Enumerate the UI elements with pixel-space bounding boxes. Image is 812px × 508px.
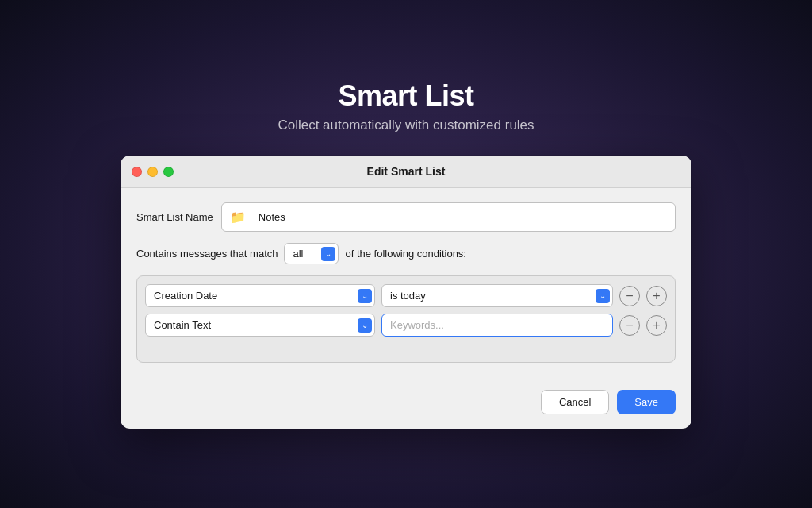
condition-1-type-container: Creation Date Contain Text Sender Subjec… bbox=[145, 284, 375, 307]
folder-icon: 📁 bbox=[230, 210, 246, 225]
condition-2-keywords-input[interactable] bbox=[381, 314, 613, 337]
dialog-titlebar: Edit Smart List bbox=[121, 156, 691, 188]
name-row: Smart List Name 📁 bbox=[136, 202, 676, 232]
condition-2-type-select[interactable]: Contain Text Creation Date Sender Subjec… bbox=[145, 314, 375, 337]
dialog-body: Smart List Name 📁 Contains messages that… bbox=[121, 188, 691, 390]
condition-row-1: Creation Date Contain Text Sender Subjec… bbox=[145, 284, 667, 307]
condition-2-remove-button[interactable]: − bbox=[619, 315, 640, 336]
maximize-button[interactable] bbox=[163, 167, 174, 177]
page-title: Smart List bbox=[278, 79, 534, 113]
dialog-title: Edit Smart List bbox=[367, 165, 446, 178]
dialog-footer: Cancel Save bbox=[121, 390, 691, 429]
match-select-container: all any none ⌄ bbox=[284, 243, 339, 264]
condition-2-type-container: Contain Text Creation Date Sender Subjec… bbox=[145, 314, 375, 337]
page-subtitle: Collect automatically with customized ru… bbox=[278, 117, 534, 133]
conditions-area: Creation Date Contain Text Sender Subjec… bbox=[136, 275, 676, 363]
minimize-button[interactable] bbox=[147, 167, 158, 177]
match-prefix-label: Contains messages that match bbox=[136, 248, 278, 260]
match-select[interactable]: all any none bbox=[284, 243, 339, 264]
match-row: Contains messages that match all any non… bbox=[136, 243, 676, 264]
condition-row-2: Contain Text Creation Date Sender Subjec… bbox=[145, 314, 667, 337]
name-input[interactable] bbox=[251, 207, 667, 227]
condition-1-add-button[interactable]: + bbox=[646, 286, 667, 306]
condition-2-value-container bbox=[381, 314, 613, 337]
traffic-lights bbox=[132, 167, 174, 177]
save-button[interactable]: Save bbox=[617, 390, 676, 414]
condition-1-type-select[interactable]: Creation Date Contain Text Sender Subjec… bbox=[145, 284, 375, 307]
condition-2-add-button[interactable]: + bbox=[646, 315, 667, 336]
condition-1-value-container: is today is not today is before is after… bbox=[381, 284, 613, 307]
close-button[interactable] bbox=[132, 167, 142, 177]
page-header: Smart List Collect automatically with cu… bbox=[278, 79, 534, 133]
name-label: Smart List Name bbox=[136, 211, 213, 223]
cancel-button[interactable]: Cancel bbox=[541, 390, 609, 414]
match-suffix-label: of the following conditions: bbox=[345, 248, 465, 260]
condition-1-operator-select[interactable]: is today is not today is before is after bbox=[381, 284, 613, 307]
condition-1-remove-button[interactable]: − bbox=[619, 286, 640, 306]
edit-smart-list-dialog: Edit Smart List Smart List Name 📁 Contai… bbox=[121, 156, 691, 429]
name-input-wrapper: 📁 bbox=[221, 202, 676, 232]
